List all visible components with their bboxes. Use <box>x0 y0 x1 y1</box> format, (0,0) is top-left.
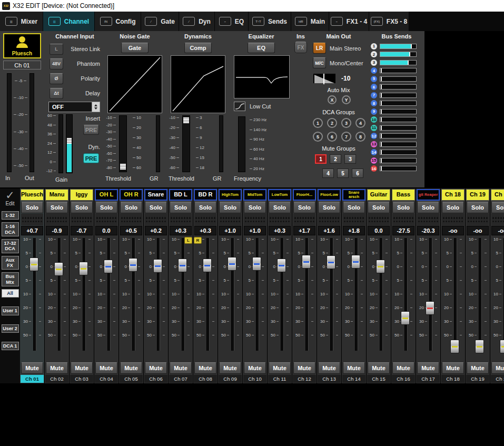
mute-button[interactable]: Mute <box>368 362 390 374</box>
dca-group-8-button[interactable]: 8 <box>355 132 365 142</box>
tab-config[interactable]: INConfig <box>95 12 141 31</box>
layer-all[interactable]: All <box>2 289 19 298</box>
gain-fader-handle[interactable] <box>67 138 72 144</box>
mute-button[interactable]: Mute <box>194 362 216 374</box>
main-lr-button[interactable]: LR <box>313 43 326 54</box>
fader-track[interactable] <box>58 238 61 351</box>
scribble-strip[interactable]: Bass <box>392 189 415 201</box>
mute-group-5-button[interactable]: 5 <box>337 169 349 178</box>
solo-button[interactable]: Solo <box>71 202 93 213</box>
fader-handle[interactable] <box>178 259 187 272</box>
bus-send-fader[interactable] <box>380 68 417 73</box>
mute-button[interactable]: Mute <box>491 362 504 374</box>
solo-button[interactable]: Solo <box>318 202 340 213</box>
insert-fx-button[interactable]: FX <box>294 42 307 53</box>
fader-handle[interactable] <box>500 340 504 353</box>
fader-handle[interactable] <box>54 262 63 276</box>
fader-track[interactable] <box>281 238 284 351</box>
fader-handle[interactable] <box>401 311 410 325</box>
fader-track[interactable] <box>206 238 210 351</box>
mute-button[interactable]: Mute <box>392 362 414 374</box>
scribble-strip[interactable]: Manu <box>45 189 68 201</box>
mute-group-4-button[interactable]: 4 <box>322 169 334 178</box>
bus-send-fader[interactable] <box>380 117 417 122</box>
solo-button[interactable]: Solo <box>120 202 142 213</box>
solo-button[interactable]: Solo <box>467 202 489 213</box>
layer-aux-fx[interactable]: Aux FX <box>2 256 19 270</box>
fader-handle[interactable] <box>450 340 459 353</box>
bus-send-fader[interactable] <box>380 93 417 98</box>
solo-button[interactable]: Solo <box>21 202 43 213</box>
bus-send-fader[interactable] <box>380 125 417 131</box>
automix-x-button[interactable]: X <box>328 95 337 104</box>
fader-handle[interactable] <box>153 259 162 273</box>
fader-track[interactable] <box>107 238 111 351</box>
mute-button[interactable]: Mute <box>442 362 464 374</box>
solo-button[interactable]: Solo <box>219 202 241 213</box>
layer-bus-mtx[interactable]: Bus Mtx <box>2 272 19 286</box>
channel-icon-box[interactable]: Pluesch <box>3 33 41 58</box>
bus-send-fader[interactable] <box>380 52 417 57</box>
scribble-strip[interactable]: BD R <box>194 189 217 201</box>
solo-button[interactable]: Solo <box>46 202 68 213</box>
fader-track[interactable] <box>83 238 86 351</box>
mute-button[interactable]: Mute <box>269 362 291 374</box>
fader-handle[interactable] <box>29 257 38 271</box>
phantom-button[interactable]: 48V <box>50 58 63 70</box>
gate-threshold-handle[interactable] <box>120 164 126 170</box>
solo-button[interactable]: Solo <box>194 202 216 213</box>
layer-1-16-dca[interactable]: 1-16 DCA <box>2 222 19 236</box>
source-select[interactable]: OFF <box>48 102 100 112</box>
polarity-button[interactable]: Ø <box>50 73 63 84</box>
fader-handle[interactable] <box>79 262 88 275</box>
scribble-strip[interactable]: Iggy <box>70 189 93 201</box>
dyn-pre-button[interactable]: PRE <box>83 153 99 163</box>
mute-group-1-button[interactable]: 1 <box>315 154 327 164</box>
fader-handle[interactable] <box>252 257 261 271</box>
gate-threshold-fader[interactable] <box>119 115 127 172</box>
low-cut-icon[interactable] <box>234 102 245 111</box>
fader-handle[interactable] <box>475 340 484 353</box>
fader-track[interactable] <box>256 238 259 351</box>
fader-track[interactable] <box>380 238 383 351</box>
scribble-strip[interactable]: Ch 18 <box>441 189 465 201</box>
mute-button[interactable]: Mute <box>293 362 315 374</box>
solo-button[interactable]: Solo <box>368 202 390 213</box>
fader-track[interactable] <box>157 238 160 351</box>
mute-button[interactable]: Mute <box>46 362 68 374</box>
mute-button[interactable]: Mute <box>145 362 167 374</box>
scribble-strip[interactable]: FloorH... <box>293 189 316 201</box>
bus-send-fader[interactable] <box>380 166 417 171</box>
dca-group-3-button[interactable]: 3 <box>341 118 351 128</box>
mute-button[interactable]: Mute <box>219 362 241 374</box>
scribble-strip[interactable]: LowTom <box>268 189 291 201</box>
scribble-strip[interactable]: Ch 20 <box>491 189 504 201</box>
mute-button[interactable]: Mute <box>244 362 266 374</box>
bus-send-fader[interactable] <box>380 109 417 114</box>
mute-button[interactable]: Mute <box>170 362 192 374</box>
solo-button[interactable]: Solo <box>343 202 365 213</box>
fader-handle[interactable] <box>327 255 335 269</box>
bus-send-fader[interactable] <box>380 142 417 147</box>
tab-eq[interactable]: ~EQ <box>215 12 249 31</box>
solo-button[interactable]: Solo <box>95 202 117 213</box>
fader-track[interactable] <box>404 238 408 351</box>
gate-button[interactable]: Gate <box>121 43 149 53</box>
solo-button[interactable]: Solo <box>293 202 315 213</box>
tab-main[interactable]: HRMain <box>291 12 329 31</box>
pan-control[interactable] <box>313 73 336 84</box>
scribble-strip[interactable]: Snare <box>144 189 167 201</box>
solo-button[interactable]: Solo <box>269 202 291 213</box>
mute-group-3-button[interactable]: 3 <box>344 154 356 164</box>
dca-group-6-button[interactable]: 6 <box>327 132 337 142</box>
fader-handle[interactable] <box>426 301 434 315</box>
solo-button[interactable]: Solo <box>491 202 504 213</box>
solo-button[interactable]: Solo <box>442 202 464 213</box>
bus-send-fader[interactable] <box>380 60 417 65</box>
fader-handle[interactable] <box>129 258 137 272</box>
scribble-strip[interactable]: Ch 19 <box>466 189 489 201</box>
fader-track[interactable] <box>182 238 185 351</box>
fader-handle[interactable] <box>277 259 286 272</box>
tab-fx14[interactable]: ~FX1 - 4 <box>329 12 369 31</box>
dca-group-7-button[interactable]: 7 <box>341 132 351 142</box>
